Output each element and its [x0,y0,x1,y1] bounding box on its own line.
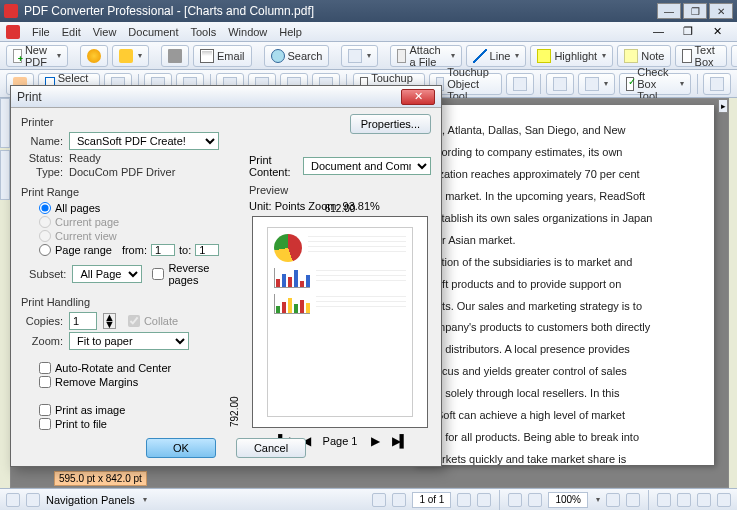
subset-select[interactable]: All Pages [72,265,142,283]
autorotate-check[interactable]: Auto-Rotate and Center [39,362,241,374]
star-icon [87,49,101,63]
doc-minimize-button[interactable]: — [653,25,671,39]
printimage-check[interactable]: Print as image [39,404,241,416]
view-mode-4[interactable] [717,493,731,507]
range-group-label: Print Range [21,186,241,198]
copies-down[interactable]: ▼ [104,321,115,328]
tool-g-button[interactable]: ▾ [578,73,615,95]
menu-edit[interactable]: Edit [62,26,81,38]
removemargins-check[interactable]: Remove Margins [39,376,241,388]
next-page-button[interactable] [457,493,471,507]
view-mode-2[interactable] [677,493,691,507]
fit-width-button[interactable] [606,493,620,507]
page-indicator[interactable]: 1 of 1 [412,492,451,508]
highlight-button[interactable]: Highlight▾ [530,45,613,67]
printcontent-select[interactable]: Document and Comments [303,157,431,175]
status-bar: Navigation Panels▾ 1 of 1 100%▾ [0,488,737,510]
menu-tools[interactable]: Tools [191,26,217,38]
tool-f-button[interactable] [546,73,574,95]
from-input[interactable] [151,244,175,256]
left-panel-tabs [0,98,10,202]
left-tab-2[interactable] [0,150,10,200]
view-mode-3[interactable] [697,493,711,507]
line-button[interactable]: Line▾ [466,45,527,67]
scroll-tab[interactable]: ▸ [718,99,728,113]
zoom-in-status[interactable] [528,493,542,507]
textbox-icon [682,49,691,63]
ok-button[interactable]: OK [146,438,216,458]
copies-input[interactable] [69,312,97,330]
page-dimensions-label: 595.0 pt x 842.0 pt [54,471,147,486]
printer-name-select[interactable]: ScanSoft PDF Create! [69,132,219,150]
save-button[interactable]: ▾ [112,45,149,67]
nav-panels-label[interactable]: Navigation Panels [46,494,135,506]
cancel-button[interactable]: Cancel [236,438,306,458]
preview-bars-1 [274,268,310,288]
textbox-button[interactable]: Text Box [675,45,726,67]
doc-line: n for all products. Being able to break … [436,430,692,446]
printfile-check[interactable]: Print to file [39,418,241,430]
doc-line: cording to company estimates, its own [436,145,692,161]
prev-page-button[interactable] [392,493,406,507]
minimize-button[interactable]: — [657,3,681,19]
zoom-out-status[interactable] [508,493,522,507]
doc-line: ization reaches approximately 70 per cen… [436,167,692,183]
stamp-button[interactable]: Stamp [731,45,737,67]
doc-restore-button[interactable]: ❐ [683,25,701,39]
copies-label: Copies: [21,315,63,327]
new-pdf-button[interactable]: New PDF▾ [6,45,68,67]
dialog-title: Print [17,90,401,104]
reverse-pages-check[interactable]: Reverse pages [152,262,241,286]
subset-label: Subset: [29,268,66,280]
tool-h-button[interactable] [703,73,731,95]
window-title: PDF Converter Professional - [Charts and… [24,4,657,18]
to-input[interactable] [195,244,219,256]
fit-page-button[interactable] [626,493,640,507]
current-page-radio[interactable]: Current page [39,216,241,228]
email-icon [200,49,214,63]
zoom-select[interactable]: Fit to paper [69,332,189,350]
print-button[interactable] [161,45,189,67]
last-page-button[interactable] [477,493,491,507]
preview-width: 612.00 [253,203,427,214]
open-button[interactable] [80,45,108,67]
checkbox-tool-button[interactable]: Check Box Tool▾ [619,73,690,95]
document-page: a, Atlanta, Dallas, San Diego, and New c… [414,105,714,465]
note-button[interactable]: Note [617,45,671,67]
menu-file[interactable]: File [32,26,50,38]
doc-close-button[interactable]: ✕ [713,25,731,39]
doc-line: er Asian market. [436,233,692,249]
doc-line: a, Atlanta, Dallas, San Diego, and New [436,123,692,139]
checkbox-icon [626,77,634,91]
doc-line: d market. In the upcoming years, ReadSof… [436,189,692,205]
app-icon [4,4,18,18]
maximize-button[interactable]: ❐ [683,3,707,19]
tool-e-button[interactable] [506,73,534,95]
attach-file-button[interactable]: Attach a File▾ [390,45,461,67]
view-mode-1[interactable] [657,493,671,507]
window-titlebar: PDF Converter Professional - [Charts and… [0,0,737,22]
current-view-radio[interactable]: Current view [39,230,241,242]
left-tab-1[interactable] [0,98,10,148]
menu-document[interactable]: Document [128,26,178,38]
close-button[interactable]: ✕ [709,3,733,19]
tool-dropdown[interactable]: ▾ [341,45,378,67]
doc-line: h distributors. A local presence provide… [436,342,692,358]
all-pages-radio[interactable]: All pages [39,202,241,214]
doc-line: g solely through local resellers. In thi… [436,386,692,402]
first-page-button[interactable] [372,493,386,507]
page-range-radio[interactable]: Page range from: to: [39,244,241,256]
menu-window[interactable]: Window [228,26,267,38]
dialog-close-button[interactable]: ✕ [401,89,435,105]
panels-icon[interactable] [26,493,40,507]
search-button[interactable]: Search [264,45,330,67]
email-button[interactable]: Email [193,45,252,67]
properties-button[interactable]: Properties... [350,114,431,134]
menu-view[interactable]: View [93,26,117,38]
expand-icon[interactable] [6,493,20,507]
zoom-indicator[interactable]: 100% [548,492,588,508]
collate-check[interactable]: Collate [128,315,178,327]
preview-height: 792.00 [229,217,240,427]
menu-help[interactable]: Help [279,26,302,38]
note-icon [624,49,638,63]
